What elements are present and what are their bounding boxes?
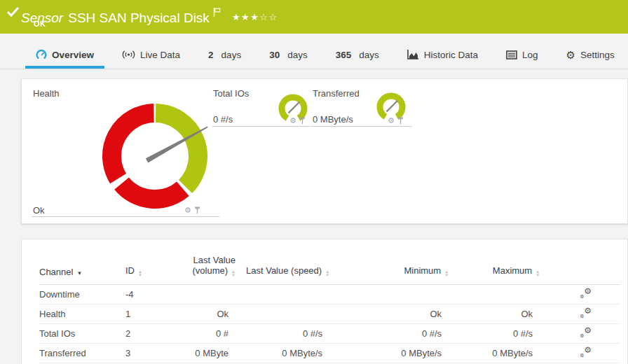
transferred-gauge-value: 0 MByte/s	[313, 114, 353, 125]
tab-live-data[interactable]: Live Data	[111, 43, 191, 69]
sort-icon: ▲▼	[231, 270, 235, 277]
table-row[interactable]: Transferred 3 0 MByte 0 MByte/s 0 MByte/…	[39, 344, 620, 363]
cell-speed	[246, 304, 340, 324]
cell-volume: 0 MByte	[169, 344, 246, 363]
total-ios-gauge-actions: ⚙	[289, 117, 306, 125]
col-header-last-value-speed[interactable]: Last Value (speed)▲▼	[246, 239, 340, 285]
cell-max	[459, 285, 550, 304]
transferred-gauge-actions: ⚙	[388, 117, 404, 125]
health-block-underline	[32, 216, 219, 217]
pin-icon[interactable]	[397, 117, 404, 125]
col-header-actions	[550, 239, 620, 285]
cell-min: 0 #/s	[340, 324, 459, 344]
cell-channel: Downtime	[39, 285, 125, 304]
gauge-icon	[36, 49, 47, 60]
cell-max: Ok	[459, 304, 550, 324]
cell-volume	[169, 285, 246, 304]
cell-min: Ok	[340, 304, 459, 324]
cell-speed: 0 MByte/s	[246, 344, 340, 363]
cell-channel: Health	[39, 304, 125, 324]
stars-empty-icon: ☆☆	[259, 12, 278, 22]
priority-stars[interactable]: ★★★☆☆	[232, 12, 278, 22]
transferred-block-underline	[311, 126, 412, 127]
tab-30-days[interactable]: 30days	[259, 43, 318, 69]
gear-icon[interactable]: ⚙	[184, 206, 191, 214]
cell-volume: Ok	[169, 304, 246, 324]
transferred-gauge-label: Transferred	[313, 88, 360, 99]
gear-icon[interactable]: ⚙	[388, 117, 395, 125]
sorted-desc-icon: ▼	[76, 270, 82, 276]
stars-filled-icon: ★★★	[232, 12, 259, 22]
flag-icon[interactable]	[213, 5, 221, 20]
sort-icon: ▲▼	[138, 270, 142, 277]
health-gauge-label: Health	[33, 88, 60, 99]
sensor-title-bar: SensorSSH SAN Physical Disk★★★☆☆ OK	[0, 0, 628, 34]
tab-log[interactable]: Log	[496, 43, 549, 69]
log-list-icon	[506, 50, 517, 59]
overview-gauges-panel: Health Ok ⚙ Total IOs 0 #/s ⚙ Transferre…	[21, 78, 628, 224]
cell-speed	[246, 285, 340, 304]
col-header-maximum[interactable]: Maximum▲▼	[459, 239, 550, 285]
channel-settings-gears-icon[interactable]: ⚙⚙	[579, 288, 592, 299]
cell-channel: Transferred	[39, 344, 125, 363]
page-title: SensorSSH SAN Physical Disk★★★☆☆	[21, 5, 278, 26]
cell-id: -4	[125, 285, 169, 304]
cell-id: 1	[125, 304, 169, 324]
pin-icon[interactable]	[299, 117, 306, 125]
sensor-name: SSH SAN Physical Disk	[68, 10, 210, 25]
tab-365-days[interactable]: 365days	[325, 43, 390, 69]
channel-table: Channel▼ ID▲▼ Last Value(volume)▲▼ Last …	[39, 239, 620, 363]
cell-max: 0 MByte/s	[459, 344, 550, 363]
table-header-row: Channel▼ ID▲▼ Last Value(volume)▲▼ Last …	[39, 239, 620, 285]
gear-icon[interactable]: ⚙	[289, 117, 296, 125]
cell-min	[340, 285, 459, 304]
gear-icon: ⚙	[566, 50, 575, 60]
cell-channel: Total IOs	[39, 324, 125, 344]
cell-min: 0 MByte/s	[340, 344, 459, 363]
status-badge: OK	[34, 20, 46, 28]
tab-overview[interactable]: Overview	[25, 43, 104, 69]
col-header-minimum[interactable]: Minimum▲▼	[340, 239, 459, 285]
tab-bar: Overview Live Data 2days 30days 365days …	[0, 34, 628, 69]
status-ok-check-icon	[6, 6, 20, 20]
gauge-needle	[289, 102, 300, 113]
pin-icon[interactable]	[194, 206, 200, 214]
tab-historic-data[interactable]: Historic Data	[397, 43, 489, 69]
col-header-last-value-volume[interactable]: Last Value(volume)▲▼	[169, 239, 246, 285]
total-ios-gauge-label: Total IOs	[213, 88, 249, 99]
channel-table-panel: Channel▼ ID▲▼ Last Value(volume)▲▼ Last …	[21, 239, 628, 364]
channel-settings-gears-icon[interactable]: ⚙⚙	[579, 307, 592, 318]
cell-volume: 0 #	[169, 324, 246, 344]
cell-id: 3	[125, 344, 169, 363]
channel-settings-gears-icon[interactable]: ⚙⚙	[579, 327, 592, 338]
tab-2-days[interactable]: 2days	[198, 43, 252, 69]
total-ios-gauge-value: 0 #/s	[213, 114, 233, 125]
health-gauge-value: Ok	[33, 205, 45, 216]
col-header-channel[interactable]: Channel▼	[39, 239, 125, 285]
sort-icon: ▲▼	[325, 270, 329, 277]
cell-id: 2	[125, 324, 169, 344]
cell-max: 0 #/s	[459, 324, 550, 344]
channel-settings-gears-icon[interactable]: ⚙⚙	[579, 346, 592, 358]
table-row[interactable]: Total IOs 2 0 # 0 #/s 0 #/s 0 #/s ⚙⚙	[39, 324, 620, 344]
col-header-id[interactable]: ID▲▼	[125, 239, 169, 285]
area-chart-icon	[407, 50, 419, 59]
gauge-needle	[387, 101, 398, 112]
health-gauge	[85, 92, 225, 220]
cell-speed: 0 #/s	[246, 324, 340, 344]
health-gauge-actions: ⚙	[184, 206, 200, 214]
broadcast-icon	[122, 50, 135, 59]
total-ios-block-underline	[212, 126, 310, 127]
table-row[interactable]: Health 1 Ok Ok Ok ⚙⚙	[39, 304, 620, 324]
tab-settings[interactable]: ⚙ Settings	[556, 43, 625, 69]
sort-icon: ▲▼	[444, 270, 449, 277]
sort-icon: ▲▼	[535, 270, 540, 277]
table-row[interactable]: Downtime -4 ⚙⚙	[39, 285, 620, 304]
